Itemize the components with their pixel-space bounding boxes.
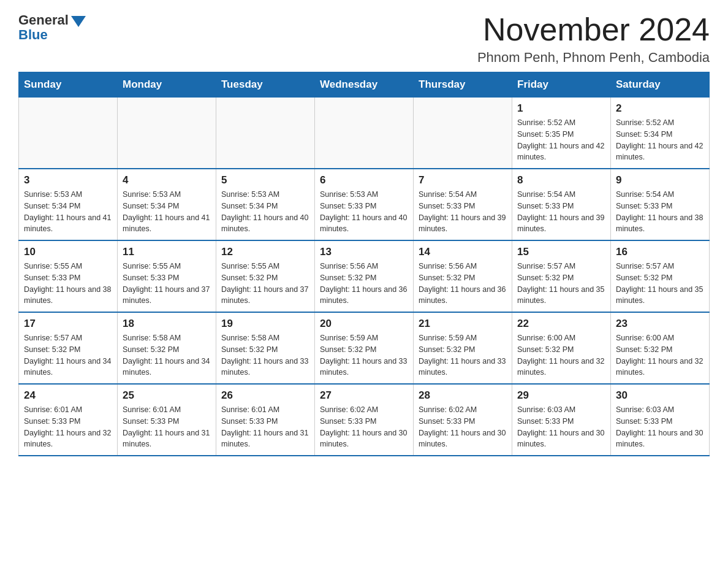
calendar-cell: 6Sunrise: 5:53 AMSunset: 5:33 PMDaylight… — [315, 169, 414, 240]
calendar-cell: 2Sunrise: 5:52 AMSunset: 5:34 PMDaylight… — [611, 98, 710, 169]
calendar-cell: 7Sunrise: 5:54 AMSunset: 5:33 PMDaylight… — [414, 169, 512, 240]
day-number: 11 — [123, 246, 211, 258]
calendar-cell: 3Sunrise: 5:53 AMSunset: 5:34 PMDaylight… — [19, 169, 118, 240]
day-number: 23 — [616, 318, 704, 330]
calendar-cell: 5Sunrise: 5:53 AMSunset: 5:34 PMDaylight… — [216, 169, 315, 240]
calendar-header-tuesday: Tuesday — [216, 72, 315, 98]
calendar-cell: 8Sunrise: 5:54 AMSunset: 5:33 PMDaylight… — [512, 169, 611, 240]
calendar-cell: 22Sunrise: 6:00 AMSunset: 5:32 PMDayligh… — [512, 312, 611, 384]
day-number: 22 — [517, 318, 605, 330]
calendar-cell — [216, 98, 315, 169]
day-number: 1 — [517, 102, 605, 115]
day-info: Sunrise: 6:02 AMSunset: 5:33 PMDaylight:… — [419, 404, 507, 450]
day-number: 3 — [24, 174, 112, 186]
calendar-cell: 13Sunrise: 5:56 AMSunset: 5:32 PMDayligh… — [315, 240, 414, 312]
day-info: Sunrise: 6:00 AMSunset: 5:32 PMDaylight:… — [616, 332, 704, 378]
day-info: Sunrise: 5:57 AMSunset: 5:32 PMDaylight:… — [24, 332, 112, 378]
day-number: 8 — [517, 174, 605, 186]
day-number: 19 — [221, 318, 309, 330]
logo-triangle-icon — [71, 16, 86, 27]
calendar-header-monday: Monday — [118, 72, 216, 98]
day-number: 30 — [616, 389, 704, 402]
calendar-week-row: 24Sunrise: 6:01 AMSunset: 5:33 PMDayligh… — [19, 384, 710, 456]
calendar-week-row: 17Sunrise: 5:57 AMSunset: 5:32 PMDayligh… — [19, 312, 710, 384]
day-number: 2 — [616, 102, 704, 115]
day-info: Sunrise: 5:54 AMSunset: 5:33 PMDaylight:… — [616, 189, 704, 235]
calendar-table: SundayMondayTuesdayWednesdayThursdayFrid… — [18, 72, 710, 456]
day-info: Sunrise: 5:55 AMSunset: 5:33 PMDaylight:… — [123, 261, 211, 307]
calendar-cell: 26Sunrise: 6:01 AMSunset: 5:33 PMDayligh… — [216, 384, 315, 456]
day-info: Sunrise: 5:56 AMSunset: 5:32 PMDaylight:… — [419, 261, 507, 307]
calendar-header-wednesday: Wednesday — [315, 72, 414, 98]
page-header: General Blue November 2024 Phnom Penh, P… — [18, 12, 710, 66]
day-info: Sunrise: 5:52 AMSunset: 5:34 PMDaylight:… — [616, 117, 704, 163]
title-section: November 2024 Phnom Penh, Phnom Penh, Ca… — [477, 12, 710, 66]
calendar-cell: 17Sunrise: 5:57 AMSunset: 5:32 PMDayligh… — [19, 312, 118, 384]
calendar-cell: 27Sunrise: 6:02 AMSunset: 5:33 PMDayligh… — [315, 384, 414, 456]
day-info: Sunrise: 5:55 AMSunset: 5:32 PMDaylight:… — [221, 261, 309, 307]
day-number: 16 — [616, 246, 704, 258]
day-info: Sunrise: 5:54 AMSunset: 5:33 PMDaylight:… — [517, 189, 605, 235]
calendar-week-row: 10Sunrise: 5:55 AMSunset: 5:33 PMDayligh… — [19, 240, 710, 312]
calendar-cell: 1Sunrise: 5:52 AMSunset: 5:35 PMDaylight… — [512, 98, 611, 169]
calendar-cell — [19, 98, 118, 169]
day-info: Sunrise: 5:53 AMSunset: 5:33 PMDaylight:… — [320, 189, 408, 235]
day-number: 29 — [517, 389, 605, 402]
calendar-header-sunday: Sunday — [19, 72, 118, 98]
day-number: 9 — [616, 174, 704, 186]
day-info: Sunrise: 5:57 AMSunset: 5:32 PMDaylight:… — [517, 261, 605, 307]
day-info: Sunrise: 5:59 AMSunset: 5:32 PMDaylight:… — [419, 332, 507, 378]
day-number: 5 — [221, 174, 309, 186]
day-info: Sunrise: 5:59 AMSunset: 5:32 PMDaylight:… — [320, 332, 408, 378]
day-info: Sunrise: 6:00 AMSunset: 5:32 PMDaylight:… — [517, 332, 605, 378]
day-info: Sunrise: 6:01 AMSunset: 5:33 PMDaylight:… — [24, 404, 112, 450]
day-number: 18 — [123, 318, 211, 330]
day-number: 17 — [24, 318, 112, 330]
calendar-week-row: 1Sunrise: 5:52 AMSunset: 5:35 PMDaylight… — [19, 98, 710, 169]
calendar-cell: 15Sunrise: 5:57 AMSunset: 5:32 PMDayligh… — [512, 240, 611, 312]
logo-blue-text: Blue — [18, 27, 48, 43]
day-info: Sunrise: 5:53 AMSunset: 5:34 PMDaylight:… — [123, 189, 211, 235]
day-number: 12 — [221, 246, 309, 258]
day-number: 10 — [24, 246, 112, 258]
calendar-cell: 4Sunrise: 5:53 AMSunset: 5:34 PMDaylight… — [118, 169, 216, 240]
day-number: 14 — [419, 246, 507, 258]
day-number: 6 — [320, 174, 408, 186]
calendar-cell — [414, 98, 512, 169]
calendar-cell: 21Sunrise: 5:59 AMSunset: 5:32 PMDayligh… — [414, 312, 512, 384]
calendar-header-thursday: Thursday — [414, 72, 512, 98]
calendar-header-saturday: Saturday — [611, 72, 710, 98]
calendar-header-friday: Friday — [512, 72, 611, 98]
calendar-cell: 30Sunrise: 6:03 AMSunset: 5:33 PMDayligh… — [611, 384, 710, 456]
day-number: 27 — [320, 389, 408, 402]
logo: General Blue — [18, 12, 86, 43]
calendar-subtitle: Phnom Penh, Phnom Penh, Cambodia — [477, 50, 710, 66]
calendar-title: November 2024 — [477, 12, 710, 47]
logo-general-text: General — [18, 12, 69, 28]
day-number: 26 — [221, 389, 309, 402]
day-number: 20 — [320, 318, 408, 330]
calendar-cell: 12Sunrise: 5:55 AMSunset: 5:32 PMDayligh… — [216, 240, 315, 312]
day-number: 21 — [419, 318, 507, 330]
day-info: Sunrise: 5:53 AMSunset: 5:34 PMDaylight:… — [24, 189, 112, 235]
calendar-cell: 11Sunrise: 5:55 AMSunset: 5:33 PMDayligh… — [118, 240, 216, 312]
day-info: Sunrise: 5:53 AMSunset: 5:34 PMDaylight:… — [221, 189, 309, 235]
calendar-cell: 23Sunrise: 6:00 AMSunset: 5:32 PMDayligh… — [611, 312, 710, 384]
day-number: 28 — [419, 389, 507, 402]
day-info: Sunrise: 6:01 AMSunset: 5:33 PMDaylight:… — [123, 404, 211, 450]
calendar-cell: 19Sunrise: 5:58 AMSunset: 5:32 PMDayligh… — [216, 312, 315, 384]
calendar-cell: 24Sunrise: 6:01 AMSunset: 5:33 PMDayligh… — [19, 384, 118, 456]
day-info: Sunrise: 6:03 AMSunset: 5:33 PMDaylight:… — [517, 404, 605, 450]
calendar-cell: 29Sunrise: 6:03 AMSunset: 5:33 PMDayligh… — [512, 384, 611, 456]
day-info: Sunrise: 5:56 AMSunset: 5:32 PMDaylight:… — [320, 261, 408, 307]
calendar-cell: 25Sunrise: 6:01 AMSunset: 5:33 PMDayligh… — [118, 384, 216, 456]
day-info: Sunrise: 6:03 AMSunset: 5:33 PMDaylight:… — [616, 404, 704, 450]
calendar-cell: 18Sunrise: 5:58 AMSunset: 5:32 PMDayligh… — [118, 312, 216, 384]
day-info: Sunrise: 5:58 AMSunset: 5:32 PMDaylight:… — [123, 332, 211, 378]
day-info: Sunrise: 6:01 AMSunset: 5:33 PMDaylight:… — [221, 404, 309, 450]
day-number: 24 — [24, 389, 112, 402]
day-info: Sunrise: 5:55 AMSunset: 5:33 PMDaylight:… — [24, 261, 112, 307]
calendar-cell — [118, 98, 216, 169]
calendar-cell: 28Sunrise: 6:02 AMSunset: 5:33 PMDayligh… — [414, 384, 512, 456]
calendar-cell: 16Sunrise: 5:57 AMSunset: 5:32 PMDayligh… — [611, 240, 710, 312]
